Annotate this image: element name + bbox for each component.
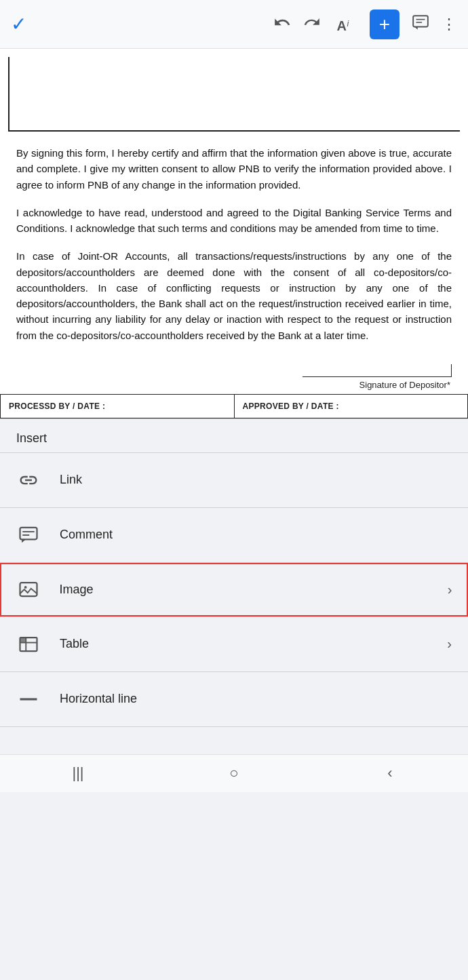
horizontal-line-label: Horizontal line xyxy=(60,692,452,706)
menu-item-horizontal-line[interactable]: Horizontal line xyxy=(0,672,468,726)
bottom-nav: ||| ○ ‹ xyxy=(0,754,468,792)
processed-by-cell: PROCESSD BY / DATE : xyxy=(1,394,235,418)
more-button[interactable]: ⋮ xyxy=(442,16,457,33)
svg-rect-2 xyxy=(413,16,428,26)
table-icon xyxy=(16,632,41,656)
insert-title: Insert xyxy=(16,431,47,445)
svg-text:A: A xyxy=(337,18,347,33)
insert-section-header: Insert xyxy=(0,418,468,452)
link-label: Link xyxy=(60,473,452,487)
svg-rect-13 xyxy=(20,638,26,643)
check-button[interactable]: ✓ xyxy=(11,13,26,35)
signature-section: Signature of Depositor* xyxy=(0,355,468,394)
redo-button[interactable] xyxy=(303,14,321,35)
table-label: Table xyxy=(60,637,447,651)
paragraph-1: By signing this form, I hereby certify a… xyxy=(16,145,452,193)
redo-icon xyxy=(303,14,321,31)
undo-button[interactable] xyxy=(273,14,291,35)
paragraph-3: In case of Joint-OR Accounts, all transa… xyxy=(16,248,452,343)
link-icon xyxy=(16,468,41,492)
home-icon: ○ xyxy=(229,764,238,782)
svg-rect-5 xyxy=(20,528,37,540)
approved-by-cell: APPROVED BY / DATE : xyxy=(234,394,468,418)
menu-item-image[interactable]: Image › xyxy=(0,563,468,616)
text-format-icon: A i xyxy=(335,14,355,35)
doc-content: By signing this form, I hereby certify a… xyxy=(0,132,468,343)
back-icon: ‹ xyxy=(387,764,392,782)
bottom-spacer xyxy=(0,727,468,754)
text-format-button[interactable]: A i xyxy=(333,12,357,37)
comment-toolbar-button[interactable] xyxy=(412,14,429,35)
nav-home[interactable]: ○ xyxy=(156,755,312,792)
image-arrow-icon: › xyxy=(448,582,452,597)
nav-back[interactable]: ‹ xyxy=(312,755,468,792)
comment-toolbar-icon xyxy=(412,14,429,31)
comment-icon xyxy=(16,523,41,547)
svg-text:i: i xyxy=(347,18,350,28)
menu-item-link[interactable]: Link xyxy=(0,453,468,507)
cursor-indicator xyxy=(451,364,452,376)
signature-label: Signature of Depositor* xyxy=(359,380,452,390)
comment-label: Comment xyxy=(60,528,452,542)
menu-item-table[interactable]: Table › xyxy=(0,617,468,671)
menu-item-comment[interactable]: Comment xyxy=(0,508,468,562)
signature-input-box xyxy=(8,57,460,132)
image-icon xyxy=(16,577,41,602)
toolbar: ✓ A i + xyxy=(0,0,468,49)
paragraph-2: I acknowledge to have read, understood a… xyxy=(16,205,452,237)
nav-recent-apps[interactable]: ||| xyxy=(0,755,156,792)
horizontal-line-icon xyxy=(16,687,41,711)
document-area: By signing this form, I hereby certify a… xyxy=(0,49,468,418)
process-table: PROCESSD BY / DATE : APPROVED BY / DATE … xyxy=(0,394,468,418)
svg-point-9 xyxy=(24,586,26,589)
table-arrow-icon: › xyxy=(447,636,452,652)
recent-apps-icon: ||| xyxy=(72,764,83,782)
undo-icon xyxy=(273,14,291,31)
svg-rect-8 xyxy=(20,583,37,596)
add-icon: + xyxy=(379,14,390,35)
image-label: Image xyxy=(60,583,448,597)
add-button[interactable]: + xyxy=(370,9,399,39)
